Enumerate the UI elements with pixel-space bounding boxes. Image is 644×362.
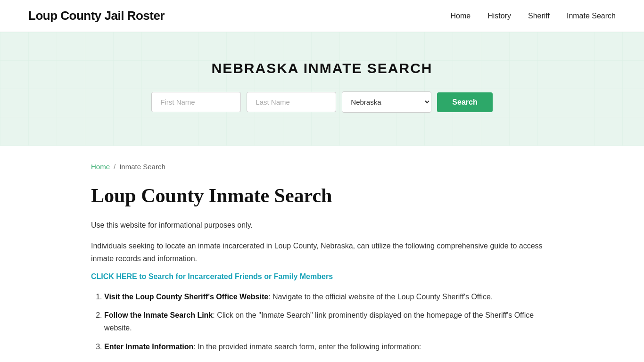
breadcrumb: Home / Inmate Search <box>91 163 553 171</box>
search-form: Nebraska Alabama Alaska Arizona Arkansas… <box>9 91 635 113</box>
nav-home[interactable]: Home <box>451 12 471 20</box>
click-here-link[interactable]: CLICK HERE to Search for Incarcerated Fr… <box>91 272 333 281</box>
main-nav: Home History Sheriff Inmate Search <box>451 12 616 20</box>
nav-history[interactable]: History <box>487 12 511 20</box>
list-item: Visit the Loup County Sheriff's Office W… <box>104 290 553 303</box>
main-content: Home / Inmate Search Loup County Inmate … <box>63 146 581 362</box>
state-select[interactable]: Nebraska Alabama Alaska Arizona Arkansas… <box>342 91 431 113</box>
paragraph-1: Use this website for informational purpo… <box>91 219 553 231</box>
list-item: Follow the Inmate Search Link: Click on … <box>104 309 553 334</box>
hero-section: NEBRASKA INMATE SEARCH Nebraska Alabama … <box>0 32 644 146</box>
hero-title: NEBRASKA INMATE SEARCH <box>9 60 635 76</box>
paragraph-2: Individuals seeking to locate an inmate … <box>91 239 553 265</box>
breadcrumb-separator: / <box>114 163 116 171</box>
instructions-list: Visit the Loup County Sheriff's Office W… <box>104 290 553 353</box>
nav-sheriff[interactable]: Sheriff <box>528 12 550 20</box>
search-button[interactable]: Search <box>437 92 492 112</box>
nav-inmate-search[interactable]: Inmate Search <box>567 12 616 20</box>
breadcrumb-home[interactable]: Home <box>91 163 110 171</box>
list-item: Enter Inmate Information: In the provide… <box>104 340 553 353</box>
breadcrumb-current: Inmate Search <box>119 163 165 171</box>
site-header: Loup County Jail Roster Home History She… <box>0 0 644 32</box>
page-title: Loup County Inmate Search <box>91 184 553 207</box>
first-name-input[interactable] <box>151 92 241 112</box>
site-title: Loup County Jail Roster <box>28 8 165 23</box>
last-name-input[interactable] <box>247 92 336 112</box>
